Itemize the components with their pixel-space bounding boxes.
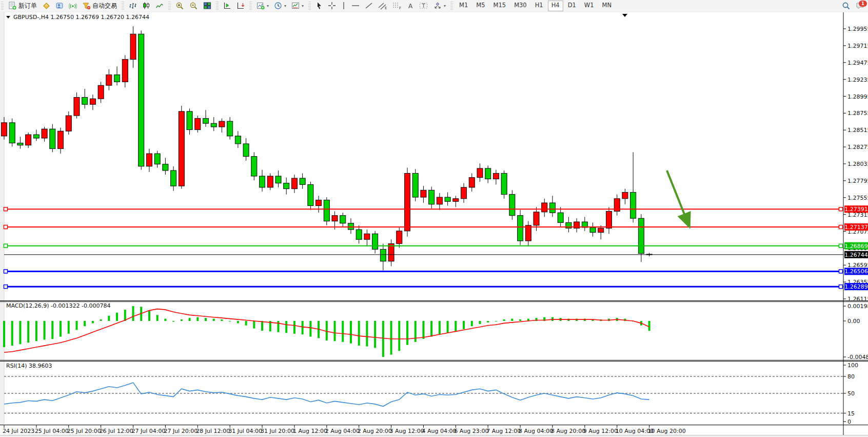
time-axis-label: 26 Jul 12:00 [100,428,133,434]
timeframe-W1[interactable]: W1 [581,1,598,11]
candle-body [397,231,402,244]
price-tag-label: 1.27391 [844,206,868,213]
market-watch-button[interactable] [40,1,53,10]
templates-button[interactable]: ▾ [289,1,306,10]
hline-handle[interactable] [4,207,8,211]
shapes-dropdown-caret[interactable]: ▾ [444,4,446,8]
line-chart-icon [155,2,164,10]
candle-body [445,197,450,201]
candle-body [139,34,144,166]
macd-bar [519,319,521,321]
zoom-in-button[interactable] [173,1,187,10]
profiles-button[interactable] [53,1,66,10]
zoom-out-button[interactable] [187,1,201,10]
timeframe-M1[interactable]: M1 [456,1,471,11]
hline-handle[interactable] [839,270,843,273]
hline-handle[interactable] [839,244,843,248]
crosshair-button[interactable] [325,1,339,10]
group-separator [450,2,453,10]
timeframe-D1[interactable]: D1 [564,1,580,11]
templates-dropdown-caret[interactable]: ▾ [302,4,304,8]
new-order-button[interactable]: 新订单 [6,1,40,10]
timeframe-H1[interactable]: H1 [531,1,547,11]
candle-body [130,34,136,59]
macd-bar [479,321,481,324]
macd-bar [390,321,392,355]
indicators-button[interactable]: ▾ [254,1,271,10]
macd-bar [108,316,110,321]
crosshair-icon [328,2,336,10]
candle-body [421,190,426,197]
tile-windows-button[interactable] [201,1,214,10]
price-tick-label: 1.29235 [847,77,868,83]
timeframe-group: M1M5M15M30H1H4D1W1MN [454,0,617,11]
text-label-button[interactable]: T [417,1,431,10]
candle-body [356,230,362,239]
candle-body [42,129,47,138]
shapes-icon [433,2,442,10]
trendline-button[interactable] [362,1,376,10]
candle-body [590,227,596,233]
auto-scroll-button[interactable] [234,1,247,10]
auto-trading-button[interactable]: 自动交易 [80,1,120,10]
hline-handle[interactable] [4,285,8,289]
svg-text:F: F [399,6,401,10]
hline-handle[interactable] [839,207,843,211]
candle-body [98,85,104,99]
periods-dropdown-caret[interactable]: ▾ [284,4,286,8]
signals-button[interactable] [66,1,80,10]
macd-bar [503,319,505,321]
cursor-button[interactable] [313,1,325,10]
timeframe-M15[interactable]: M15 [490,1,510,11]
vertical-line-button[interactable] [339,1,349,10]
signal-icon [69,2,77,10]
macd-bar [447,321,449,333]
hline-handle[interactable] [4,270,8,273]
macd-bar [277,321,279,332]
candle-body [114,75,120,82]
equidistant-channel-button[interactable]: E [376,1,390,10]
drawing-tools-group: E F A T [312,0,449,11]
notification-badge: 1 [859,1,867,7]
candlestick-chart-icon [142,2,150,10]
macd-bar [487,321,489,322]
chart-shift-button[interactable] [221,1,234,10]
chart-canvas[interactable]: 1.299551.297151.294751.292351.289951.287… [0,11,868,437]
candle-body [469,178,475,187]
search-icon[interactable] [842,2,851,10]
macd-bar [44,321,46,339]
toolbar-grip[interactable] [1,2,4,10]
shapes-button[interactable]: ▾ [431,1,448,10]
candle-body [534,212,539,225]
line-chart-button[interactable] [153,1,166,10]
macd-bar [261,321,263,331]
macd-bar [309,321,311,337]
rsi-axis-label: 15 [847,410,855,417]
macd-bar [302,321,304,334]
time-axis-label: 27 Jul 04:00 [132,428,166,434]
timeframe-H4[interactable]: H4 [548,1,563,11]
macd-bar [430,321,432,337]
fibonacci-button[interactable]: F [390,1,404,10]
timeframe-M5[interactable]: M5 [472,1,488,11]
indicators-dropdown-caret[interactable]: ▾ [267,4,269,8]
notifications-button[interactable]: 1 [856,2,865,10]
yellow-cube-icon [42,2,50,10]
chart-title-text: GBPUSD-,H4 1.26750 1.26769 1.26720 1.267… [13,14,149,21]
trade-group: 新订单 [5,0,121,11]
hline-handle[interactable] [4,244,8,248]
horizontal-line-button[interactable] [349,1,362,10]
time-axis-label: 1 Aug 12:00 [293,428,327,434]
candlestick-chart-button[interactable] [140,1,153,10]
macd-bar [181,319,183,321]
candle-body [485,168,491,179]
timeframe-M30[interactable]: M30 [510,1,530,11]
hline-handle[interactable] [839,285,843,289]
bar-chart-button[interactable] [126,1,140,10]
macd-bar [213,319,215,321]
text-button[interactable]: A [404,1,417,10]
hline-handle[interactable] [4,225,8,229]
periods-button[interactable]: ▾ [271,1,289,10]
timeframe-MN[interactable]: MN [598,1,615,11]
hline-handle[interactable] [839,225,843,229]
